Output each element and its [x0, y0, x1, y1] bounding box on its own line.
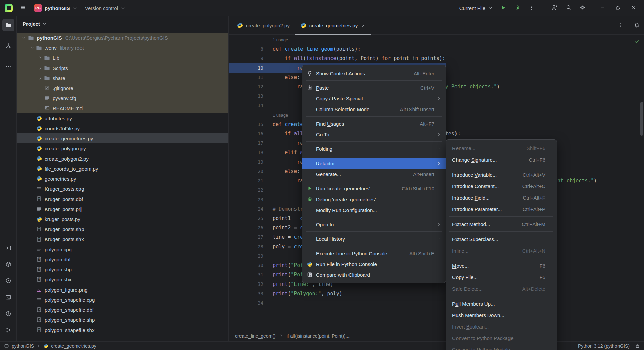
menu-item-generate[interactable]: Generate...Alt+Insert: [302, 169, 446, 179]
chevron-down-icon[interactable]: [28, 46, 36, 50]
tree-item-create-polygon2-py[interactable]: create_polygon2.py: [17, 154, 228, 164]
chevron-right-icon[interactable]: [36, 56, 44, 60]
menu-item-introduce-field[interactable]: Introduce Field...Ctrl+Alt+F: [446, 192, 557, 203]
menu-item-refactor[interactable]: Refactor: [302, 158, 446, 169]
menu-item-run-create-geometries[interactable]: Run 'create_geometries'Ctrl+Shift+F10: [302, 183, 446, 194]
menu-item-introduce-parameter[interactable]: Introduce Parameter...Ctrl+Alt+P: [446, 203, 557, 215]
line-number[interactable]: 30: [229, 263, 269, 268]
tab-close-icon[interactable]: [361, 24, 365, 28]
code-with-me-button[interactable]: [548, 2, 561, 14]
line-number[interactable]: 15: [229, 122, 269, 127]
tree-item-pyvenv-cfg[interactable]: pyvenv.cfg: [17, 93, 228, 103]
tree-item-kruger-posts-py[interactable]: kruger_posts.py: [17, 214, 228, 224]
python-packages-tool-button[interactable]: [2, 259, 14, 271]
menu-item-convert-to-python-module[interactable]: Convert to Python Module: [446, 344, 557, 350]
tree-item-kruger-posts-dbf[interactable]: ?Kruger_posts.dbf: [17, 194, 228, 204]
window-layout-icon[interactable]: [4, 343, 9, 348]
project-widget[interactable]: PG pythonGIS: [31, 2, 80, 14]
menu-item-modify-run-configuration[interactable]: Modify Run Configuration...: [302, 205, 446, 215]
tree-item-polygon-shapefile-shx[interactable]: ?polygon_shapefile.shx: [17, 325, 228, 335]
line-number[interactable]: 31: [229, 272, 269, 277]
menu-item-inline[interactable]: Inline...Ctrl+Alt+N: [446, 245, 557, 256]
terminal-tool-button[interactable]: [2, 292, 14, 304]
line-number[interactable]: 16: [229, 131, 269, 136]
menu-item-rename[interactable]: Rename...Shift+F6: [446, 142, 557, 154]
python-console-tool-button[interactable]: [2, 242, 14, 254]
tree-item-polygon-shx[interactable]: ?polygon.shx: [17, 274, 228, 285]
menu-item-folding[interactable]: Folding: [302, 143, 446, 154]
notifications-button[interactable]: [633, 21, 641, 30]
chevron-right-icon[interactable]: [36, 76, 44, 80]
chevron-right-icon[interactable]: [36, 66, 44, 70]
line-number[interactable]: 32: [229, 281, 269, 287]
search-everywhere-button[interactable]: [562, 2, 575, 14]
line-number[interactable]: 17: [229, 140, 269, 146]
more-actions-button[interactable]: [525, 2, 538, 14]
menu-item-local-history[interactable]: Local History: [302, 233, 446, 244]
line-number[interactable]: 25: [229, 216, 269, 221]
tree-item-venv[interactable]: .venvlibrary root: [17, 43, 228, 53]
breadcrumb-item[interactable]: if all(isinstance(point, Point))...: [287, 333, 350, 339]
line-number[interactable]: 33: [229, 291, 269, 296]
tree-item-file-coords-to-geom-py[interactable]: file_coords_to_geom.py: [17, 164, 228, 174]
menu-item-invert-boolean[interactable]: Invert Boolean...: [446, 321, 557, 332]
tree-item-create-geometries-py[interactable]: create_geometries.py: [17, 133, 228, 143]
menu-item-execute-line-in-python-console[interactable]: Execute Line in Python ConsoleAlt+Shift+…: [302, 248, 446, 259]
main-menu-button[interactable]: [17, 2, 30, 14]
tree-item-share[interactable]: share: [17, 73, 228, 83]
line-number[interactable]: 26: [229, 225, 269, 230]
tree-item-polygon-cpg[interactable]: polygon.cpg: [17, 244, 228, 254]
tree-item-kruger-posts-shx[interactable]: ?Kruger_posts.shx: [17, 234, 228, 244]
line-number[interactable]: 21: [229, 178, 269, 183]
more-tool-windows-button[interactable]: [2, 61, 14, 73]
tree-item-pythongis[interactable]: pythonGISC:\Users\Sergius\PycharmProject…: [17, 33, 228, 43]
menu-item-introduce-variable[interactable]: Introduce Variable...Ctrl+Alt+V: [446, 169, 557, 180]
inspections-ok-icon[interactable]: [634, 39, 639, 44]
debug-button[interactable]: [511, 2, 524, 14]
tree-item-gitignore[interactable]: .gitignore: [17, 83, 228, 93]
line-number[interactable]: 13: [229, 93, 269, 99]
line-number[interactable]: 12: [229, 84, 269, 89]
tree-item-create-polygon-py[interactable]: create_polygon.py: [17, 143, 228, 154]
line-number[interactable]: 27: [229, 234, 269, 240]
lock-icon[interactable]: [635, 343, 640, 348]
line-number[interactable]: 23: [229, 197, 269, 202]
menu-item-change-signature[interactable]: Change Signature...Ctrl+F6: [446, 154, 557, 165]
menu-item-safe-delete[interactable]: Safe Delete...Alt+Delete: [446, 283, 557, 294]
tree-item-coordstofile-py[interactable]: coordsToFile.py: [17, 123, 228, 133]
menu-item-convert-to-python-package[interactable]: Convert to Python Package: [446, 332, 557, 344]
menu-item-extract-superclass[interactable]: Extract Superclass...: [446, 233, 557, 245]
menu-item-column-selection-mode[interactable]: Column Selection ModeAlt+Shift+Insert: [302, 104, 446, 115]
tab-create-polygon2-py[interactable]: create_polygon2.py: [232, 16, 295, 34]
line-number[interactable]: 29: [229, 253, 269, 259]
menu-item-move[interactable]: Move...F6: [446, 260, 557, 271]
vcs-widget[interactable]: Version control: [82, 4, 128, 13]
line-number[interactable]: 8: [229, 46, 269, 52]
menu-item-paste[interactable]: PasteCtrl+V: [302, 82, 446, 93]
tree-item-kruger-posts-cpg[interactable]: Kruger_posts.cpg: [17, 184, 228, 194]
menu-item-copy-paste-special[interactable]: Copy / Paste Special: [302, 93, 446, 104]
line-number[interactable]: 28: [229, 244, 269, 249]
breadcrumb-item[interactable]: create_line_geom(): [235, 333, 276, 339]
editor-scrollbar[interactable]: [640, 102, 643, 136]
tree-item-polygon-shapefile-shp[interactable]: ?polygon_shapefile.shp: [17, 315, 228, 325]
menu-item-find-usages[interactable]: Find UsagesAlt+F7: [302, 118, 446, 129]
menu-item-pull-members-up[interactable]: Pull Members Up...: [446, 298, 557, 309]
menu-item-copy-file[interactable]: Copy File...F5: [446, 271, 557, 283]
run-button[interactable]: [497, 2, 510, 14]
line-number[interactable]: 22: [229, 187, 269, 193]
tree-item-polygon-shp[interactable]: ?polygon.shp: [17, 264, 228, 274]
line-number[interactable]: 10: [229, 65, 269, 71]
interpreter-widget[interactable]: Python 3.12 (pythonGIS): [578, 343, 630, 349]
menu-item-extract-method[interactable]: Extract Method...Ctrl+Alt+M: [446, 218, 557, 230]
tree-item-kruger-posts-prj[interactable]: Kruger_posts.prj: [17, 204, 228, 214]
line-number[interactable]: 9: [229, 56, 269, 61]
tab-create-geometries-py[interactable]: create_geometries.py: [295, 16, 371, 34]
tree-item-lib[interactable]: Lib: [17, 53, 228, 63]
close-button[interactable]: [626, 0, 641, 16]
tree-item-polygon-shapefile-cpg[interactable]: polygon_shapefile.cpg: [17, 295, 228, 305]
menu-item-show-context-actions[interactable]: Show Context ActionsAlt+Enter: [302, 68, 446, 79]
settings-button[interactable]: [576, 2, 589, 14]
tree-item-geometries-py[interactable]: geometries.py: [17, 174, 228, 184]
menu-item-introduce-constant[interactable]: Introduce Constant...Ctrl+Alt+C: [446, 180, 557, 192]
